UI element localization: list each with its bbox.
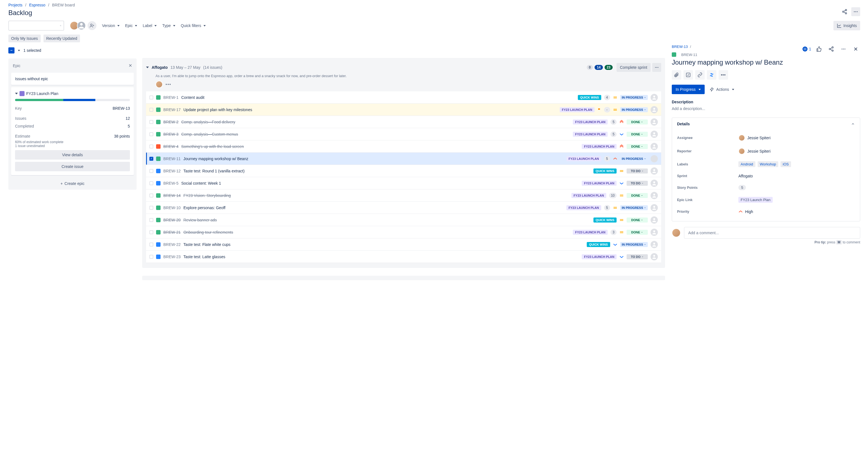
like-icon[interactable]	[814, 44, 824, 54]
breadcrumb-projects[interactable]: Projects	[8, 3, 23, 7]
share-icon[interactable]	[840, 7, 849, 16]
status-dropdown[interactable]: TO DO	[627, 168, 648, 173]
filter-type[interactable]: Type	[162, 23, 175, 28]
epic-label[interactable]: QUICK WINS	[578, 95, 601, 100]
status-dropdown[interactable]: IN PROGRESS	[620, 107, 648, 112]
issue-row[interactable]: BREW-5Social content: Week 1FY23 LAUNCH …	[146, 177, 661, 190]
assignee-avatar[interactable]	[651, 94, 658, 101]
detail-title[interactable]: Journey mapping workshop w/ Beanz	[672, 59, 860, 66]
status-dropdown[interactable]: IN PROGRESS	[620, 95, 648, 100]
row-checkbox[interactable]	[149, 255, 153, 259]
row-checkbox[interactable]	[149, 181, 153, 185]
field-assignee[interactable]: Jessie Spiteri	[738, 135, 855, 141]
epic-label[interactable]: FY23 LAUNCH PLAN	[573, 120, 608, 125]
row-checkbox[interactable]	[149, 108, 153, 112]
issue-row[interactable]: BREW-22Taste test: Flate white cupsQUICK…	[146, 238, 661, 251]
assignee-avatar[interactable]	[651, 241, 658, 248]
actions-dropdown[interactable]: Actions	[710, 87, 734, 92]
watch-button[interactable]: 1	[803, 46, 811, 52]
issue-key[interactable]: BREW-4	[163, 144, 178, 149]
issue-key[interactable]: BREW-21	[163, 230, 181, 235]
chip-recently-updated[interactable]: Recently Updated	[43, 35, 80, 42]
epic-label[interactable]: QUICK WINS	[587, 242, 610, 247]
avatar-unassigned[interactable]	[77, 21, 86, 30]
attach-icon[interactable]	[672, 70, 681, 80]
issue-key[interactable]: BREW-3	[163, 132, 178, 136]
issue-row[interactable]: BREW-17Update project plan with key mile…	[146, 104, 661, 116]
field-epic-link[interactable]: FY23 Launch Plan	[738, 197, 855, 203]
details-toggle[interactable]: Details	[672, 118, 860, 130]
row-checkbox[interactable]	[149, 194, 153, 198]
comment-input[interactable]: Add a comment...	[684, 227, 860, 239]
status-dropdown[interactable]: IN PROGRESS	[620, 156, 648, 161]
status-dropdown[interactable]: DONE	[627, 217, 648, 223]
close-icon[interactable]: ✕	[128, 63, 132, 68]
issue-key[interactable]: BREW-23	[163, 255, 181, 259]
link-icon[interactable]	[695, 70, 705, 80]
more-icon[interactable]	[851, 7, 860, 16]
assignee-avatar[interactable]	[651, 106, 658, 113]
status-dropdown[interactable]: DONE	[627, 144, 648, 149]
status-dropdown[interactable]: DONE	[627, 193, 648, 198]
issue-key[interactable]: BREW-20	[163, 218, 181, 222]
issue-row[interactable]: BREW-23Taste test: Latte glassesFY23 LAU…	[146, 251, 661, 263]
assignee-avatar[interactable]	[651, 216, 658, 224]
issue-key[interactable]: BREW-2	[163, 120, 178, 124]
epic-label[interactable]: FY23 LAUNCH PLAN	[566, 156, 601, 161]
epic-label[interactable]: FY23 LAUNCH PLAN	[582, 144, 617, 149]
selection-toggle[interactable]	[8, 47, 20, 54]
issue-key[interactable]: BREW-12	[163, 169, 181, 173]
issue-key[interactable]: BREW-5	[163, 181, 178, 185]
row-checkbox[interactable]	[149, 157, 153, 161]
epic-label[interactable]: FY23 LAUNCH PLAN	[582, 181, 617, 186]
detail-parent-key[interactable]: BREW-13	[672, 44, 688, 49]
share-icon[interactable]	[827, 44, 836, 54]
issue-row[interactable]: BREW-2Comp. analysis—Food deliveryFY23 L…	[146, 116, 661, 128]
epic-label[interactable]: FY23 LAUNCH PLAN	[582, 254, 617, 259]
issue-key[interactable]: BREW-17	[163, 107, 181, 112]
status-dropdown[interactable]: TO DO	[627, 254, 648, 259]
epic-label[interactable]: QUICK WINS	[593, 217, 617, 223]
row-checkbox[interactable]	[149, 120, 153, 124]
assignee-avatar[interactable]	[651, 143, 658, 150]
epic-label[interactable]: FY23 LAUNCH PLAN	[566, 205, 601, 210]
epic-label[interactable]: QUICK WINS	[593, 168, 617, 173]
chevron-down-icon[interactable]	[146, 67, 149, 68]
row-checkbox[interactable]	[149, 96, 153, 99]
issue-row[interactable]: BREW-1Content auditQUICK WINS4IN PROGRES…	[146, 91, 661, 104]
filter-quick[interactable]: Quick filters	[181, 23, 206, 28]
assignee-avatar[interactable]	[651, 204, 658, 211]
filter-label[interactable]: Label	[143, 23, 157, 28]
epic-card-launch[interactable]: FY23 Launch Plan KeyBREW-13 Issues12 Com…	[11, 87, 134, 175]
tool-more-icon[interactable]: •••	[719, 70, 728, 80]
chip-only-my-issues[interactable]: Only My Issues	[8, 35, 41, 42]
issue-row[interactable]: BREW-10Explore personas: GeoffFY23 LAUNC…	[146, 202, 661, 214]
status-dropdown[interactable]: DONE	[627, 230, 648, 235]
status-button[interactable]: In Progress	[672, 84, 705, 94]
detail-issue-key[interactable]: BREW-11	[681, 53, 698, 57]
search-input[interactable]	[8, 21, 64, 31]
status-dropdown[interactable]: TO DO	[627, 181, 648, 186]
label-chip[interactable]: Android	[738, 161, 755, 167]
detail-more-icon[interactable]	[839, 44, 848, 54]
status-dropdown[interactable]: DONE	[627, 132, 648, 137]
subtask-icon[interactable]	[683, 70, 693, 80]
row-checkbox[interactable]	[149, 243, 153, 246]
assignee-filter[interactable]	[70, 21, 96, 30]
status-dropdown[interactable]: IN PROGRESS	[620, 205, 648, 210]
assignee-avatar[interactable]	[651, 229, 658, 236]
complete-sprint-button[interactable]: Complete sprint	[617, 63, 651, 72]
issue-row[interactable]: BREW-4Something's up with the load scree…	[146, 140, 661, 153]
issue-key[interactable]: BREW-10	[163, 206, 181, 210]
epic-label[interactable]: FY23 LAUNCH PLAN	[573, 132, 608, 137]
epic-label[interactable]: FY23 LAUNCH PLAN	[573, 230, 608, 235]
field-reporter[interactable]: Jessie Spiteri	[738, 148, 855, 155]
row-checkbox[interactable]	[149, 206, 153, 210]
assignee-avatar[interactable]	[651, 253, 658, 260]
row-checkbox[interactable]	[149, 144, 153, 148]
sprint-more-icon[interactable]	[652, 63, 661, 72]
status-dropdown[interactable]: IN PROGRESS	[620, 242, 648, 247]
issue-key[interactable]: BREW-1	[163, 95, 178, 100]
issue-row[interactable]: BREW-20Review banner adsQUICK WINSDONE	[146, 214, 661, 226]
assignee-avatar[interactable]	[651, 192, 658, 199]
